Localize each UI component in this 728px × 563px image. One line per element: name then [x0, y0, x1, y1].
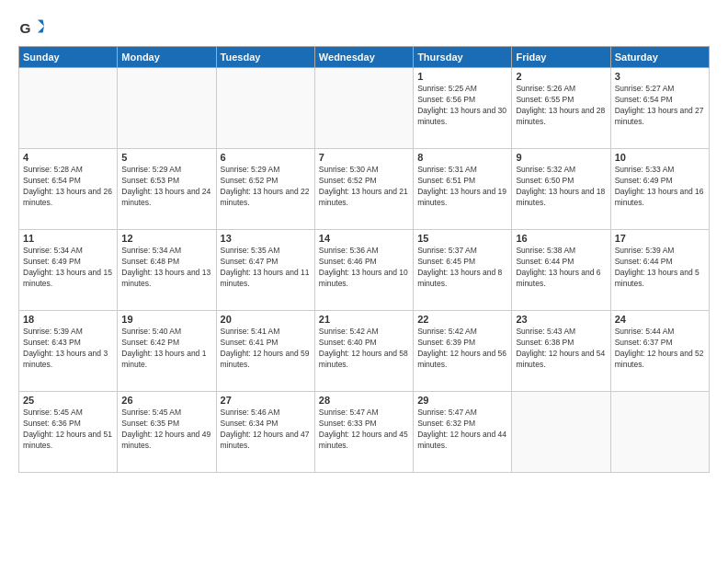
day-detail: Sunrise: 5:44 AMSunset: 6:37 PMDaylight:…: [615, 327, 705, 371]
day-detail: Sunrise: 5:40 AMSunset: 6:42 PMDaylight:…: [121, 327, 211, 371]
header-sunday: Sunday: [19, 47, 118, 68]
calendar-week-row: 1Sunrise: 5:25 AMSunset: 6:56 PMDaylight…: [19, 68, 710, 149]
day-number: 5: [121, 152, 211, 163]
day-number: 13: [221, 233, 311, 244]
table-row: 19Sunrise: 5:40 AMSunset: 6:42 PMDayligh…: [118, 311, 216, 392]
table-row: 2Sunrise: 5:26 AMSunset: 6:55 PMDaylight…: [512, 68, 610, 149]
day-detail: Sunrise: 5:29 AMSunset: 6:52 PMDaylight:…: [221, 165, 311, 209]
day-number: 9: [516, 152, 606, 163]
table-row: 10Sunrise: 5:33 AMSunset: 6:49 PMDayligh…: [610, 149, 709, 230]
day-number: 19: [121, 314, 211, 325]
day-number: 14: [319, 233, 409, 244]
day-number: 17: [615, 233, 705, 244]
day-number: 15: [417, 233, 507, 244]
day-detail: Sunrise: 5:36 AMSunset: 6:46 PMDaylight:…: [319, 246, 409, 290]
table-row: 1Sunrise: 5:25 AMSunset: 6:56 PMDaylight…: [414, 68, 512, 149]
table-row: 20Sunrise: 5:41 AMSunset: 6:41 PMDayligh…: [216, 311, 314, 392]
day-number: 12: [121, 233, 211, 244]
table-row: 7Sunrise: 5:30 AMSunset: 6:52 PMDaylight…: [314, 149, 413, 230]
day-detail: Sunrise: 5:32 AMSunset: 6:50 PMDaylight:…: [516, 165, 606, 209]
day-number: 3: [615, 71, 705, 82]
day-detail: Sunrise: 5:27 AMSunset: 6:54 PMDaylight:…: [615, 84, 705, 128]
day-number: 7: [319, 152, 409, 163]
day-number: 1: [417, 71, 507, 82]
calendar-week-row: 4Sunrise: 5:28 AMSunset: 6:54 PMDaylight…: [19, 149, 710, 230]
table-row: 28Sunrise: 5:47 AMSunset: 6:33 PMDayligh…: [314, 392, 413, 473]
day-detail: Sunrise: 5:25 AMSunset: 6:56 PMDaylight:…: [417, 84, 507, 128]
day-detail: Sunrise: 5:45 AMSunset: 6:35 PMDaylight:…: [121, 408, 211, 452]
day-detail: Sunrise: 5:47 AMSunset: 6:33 PMDaylight:…: [319, 408, 409, 452]
table-row: 11Sunrise: 5:34 AMSunset: 6:49 PMDayligh…: [19, 230, 118, 311]
day-number: 27: [221, 395, 311, 406]
table-row: [118, 68, 216, 149]
table-row: 23Sunrise: 5:43 AMSunset: 6:38 PMDayligh…: [512, 311, 610, 392]
logo: G: [18, 15, 48, 40]
table-row: 17Sunrise: 5:39 AMSunset: 6:44 PMDayligh…: [610, 230, 709, 311]
day-number: 18: [23, 314, 113, 325]
table-row: 14Sunrise: 5:36 AMSunset: 6:46 PMDayligh…: [314, 230, 413, 311]
table-row: 13Sunrise: 5:35 AMSunset: 6:47 PMDayligh…: [216, 230, 314, 311]
calendar: Sunday Monday Tuesday Wednesday Thursday…: [18, 46, 710, 473]
day-number: 26: [121, 395, 211, 406]
day-detail: Sunrise: 5:28 AMSunset: 6:54 PMDaylight:…: [23, 165, 113, 209]
day-detail: Sunrise: 5:47 AMSunset: 6:32 PMDaylight:…: [417, 408, 507, 452]
day-number: 20: [221, 314, 311, 325]
day-detail: Sunrise: 5:35 AMSunset: 6:47 PMDaylight:…: [221, 246, 311, 290]
day-number: 21: [319, 314, 409, 325]
day-number: 28: [319, 395, 409, 406]
day-detail: Sunrise: 5:29 AMSunset: 6:53 PMDaylight:…: [121, 165, 211, 209]
table-row: 21Sunrise: 5:42 AMSunset: 6:40 PMDayligh…: [314, 311, 413, 392]
day-number: 11: [23, 233, 113, 244]
day-number: 8: [417, 152, 507, 163]
day-detail: Sunrise: 5:43 AMSunset: 6:38 PMDaylight:…: [516, 327, 606, 371]
table-row: 24Sunrise: 5:44 AMSunset: 6:37 PMDayligh…: [610, 311, 709, 392]
table-row: 5Sunrise: 5:29 AMSunset: 6:53 PMDaylight…: [118, 149, 216, 230]
header-monday: Monday: [118, 47, 216, 68]
table-row: [610, 392, 709, 473]
day-number: 4: [23, 152, 113, 163]
svg-text:G: G: [19, 20, 30, 36]
calendar-week-row: 11Sunrise: 5:34 AMSunset: 6:49 PMDayligh…: [19, 230, 710, 311]
day-detail: Sunrise: 5:46 AMSunset: 6:34 PMDaylight:…: [221, 408, 311, 452]
day-number: 2: [516, 71, 606, 82]
table-row: 27Sunrise: 5:46 AMSunset: 6:34 PMDayligh…: [216, 392, 314, 473]
table-row: 12Sunrise: 5:34 AMSunset: 6:48 PMDayligh…: [118, 230, 216, 311]
day-detail: Sunrise: 5:34 AMSunset: 6:48 PMDaylight:…: [121, 246, 211, 290]
header-wednesday: Wednesday: [314, 47, 413, 68]
day-detail: Sunrise: 5:39 AMSunset: 6:43 PMDaylight:…: [23, 327, 113, 371]
calendar-week-row: 25Sunrise: 5:45 AMSunset: 6:36 PMDayligh…: [19, 392, 710, 473]
table-row: [216, 68, 314, 149]
day-number: 23: [516, 314, 606, 325]
header-tuesday: Tuesday: [216, 47, 314, 68]
table-row: 4Sunrise: 5:28 AMSunset: 6:54 PMDaylight…: [19, 149, 118, 230]
logo-icon: G: [18, 15, 44, 40]
day-number: 16: [516, 233, 606, 244]
table-row: 9Sunrise: 5:32 AMSunset: 6:50 PMDaylight…: [512, 149, 610, 230]
table-row: 29Sunrise: 5:47 AMSunset: 6:32 PMDayligh…: [414, 392, 512, 473]
header: G: [18, 15, 710, 40]
day-number: 6: [221, 152, 311, 163]
table-row: 18Sunrise: 5:39 AMSunset: 6:43 PMDayligh…: [19, 311, 118, 392]
day-number: 25: [23, 395, 113, 406]
day-detail: Sunrise: 5:34 AMSunset: 6:49 PMDaylight:…: [23, 246, 113, 290]
page: G Sunday Monday Tuesday Wednesday Thursd…: [0, 0, 728, 482]
day-number: 29: [417, 395, 507, 406]
table-row: [314, 68, 413, 149]
day-detail: Sunrise: 5:38 AMSunset: 6:44 PMDaylight:…: [516, 246, 606, 290]
day-number: 24: [615, 314, 705, 325]
table-row: 6Sunrise: 5:29 AMSunset: 6:52 PMDaylight…: [216, 149, 314, 230]
weekday-header-row: Sunday Monday Tuesday Wednesday Thursday…: [19, 47, 710, 68]
header-saturday: Saturday: [610, 47, 709, 68]
day-detail: Sunrise: 5:31 AMSunset: 6:51 PMDaylight:…: [417, 165, 507, 209]
day-detail: Sunrise: 5:42 AMSunset: 6:39 PMDaylight:…: [417, 327, 507, 371]
table-row: 16Sunrise: 5:38 AMSunset: 6:44 PMDayligh…: [512, 230, 610, 311]
table-row: 22Sunrise: 5:42 AMSunset: 6:39 PMDayligh…: [414, 311, 512, 392]
day-detail: Sunrise: 5:26 AMSunset: 6:55 PMDaylight:…: [516, 84, 606, 128]
day-detail: Sunrise: 5:39 AMSunset: 6:44 PMDaylight:…: [615, 246, 705, 290]
calendar-week-row: 18Sunrise: 5:39 AMSunset: 6:43 PMDayligh…: [19, 311, 710, 392]
table-row: 26Sunrise: 5:45 AMSunset: 6:35 PMDayligh…: [118, 392, 216, 473]
table-row: 15Sunrise: 5:37 AMSunset: 6:45 PMDayligh…: [414, 230, 512, 311]
day-detail: Sunrise: 5:37 AMSunset: 6:45 PMDaylight:…: [417, 246, 507, 290]
day-number: 10: [615, 152, 705, 163]
table-row: 25Sunrise: 5:45 AMSunset: 6:36 PMDayligh…: [19, 392, 118, 473]
